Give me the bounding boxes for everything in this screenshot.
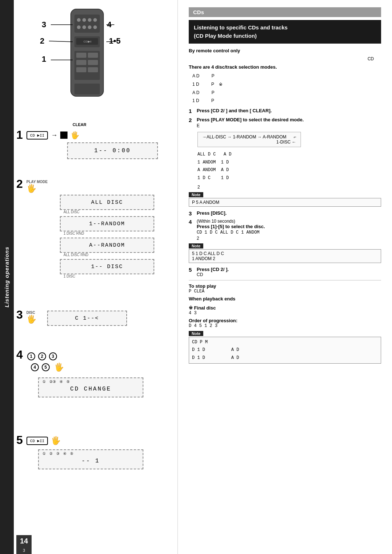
lcd3-sublabel: 1 DISC RND <box>60 231 169 235</box>
right-step5-num: 5 <box>189 267 195 277</box>
left-content: CD▶II 3 4 2 1•5 1 <box>16 0 176 554</box>
final-disc-section: ※ Final disc 4 3 <box>189 305 381 316</box>
disc-track-header: There are 4 disc/track selection modes. <box>189 64 381 70</box>
lcd7-disc-indicators: ①②③④⑤ <box>42 380 70 384</box>
lcd-display-5: 1-- DISC <box>60 259 154 274</box>
step1-stop-button <box>60 132 68 139</box>
right-step4-num: 4 <box>189 219 195 241</box>
intro-text: CD <box>189 56 381 61</box>
arrow-flow-diagram: →ALL-DISC → 1-RANDOM → A-RANDOM ⌐ 1-DISC… <box>197 132 301 147</box>
right-step2-text: Press [PLAY MODE] to select the desired … <box>197 117 304 122</box>
disc-track-section: There are 4 disc/track selection modes. … <box>189 64 381 105</box>
right-step5-content: Press [CD 2/ ]. CD <box>197 267 229 277</box>
page-footnote: 3 <box>16 547 32 554</box>
svg-point-6 <box>77 25 81 29</box>
page: Listening operations <box>0 0 392 554</box>
remote-label-4: 4 <box>107 20 111 29</box>
svg-rect-19 <box>88 67 98 72</box>
lcd8-text: -- 1 <box>82 458 100 464</box>
note3-content: CD P M D 1 D A D D 1 D A D <box>189 337 381 364</box>
note2-label: Note <box>189 243 203 248</box>
lcd4-sublabel: ALL DISC RND <box>60 253 169 257</box>
num-btn-1[interactable]: 1 <box>27 352 35 360</box>
lcd-display-4: A--RANDOM <box>60 238 154 253</box>
right-panel: CDs Listening to specific CDs and tracks… <box>178 0 392 554</box>
right-step3-num: 3 <box>189 210 195 217</box>
note3-line1: CD P M <box>192 339 378 347</box>
right-step1-text: Press [CD 2/ ] and then [ CLEAR]. <box>197 108 272 114</box>
lcd-display-7: ①②③④⑤ CD CHANGE <box>38 377 143 397</box>
step4-sub: (Within 10 seconds) <box>197 219 265 224</box>
svg-text:CD▶II: CD▶II <box>83 40 91 43</box>
modes-list: A D P 1 D P ※ A D P 1 D P <box>189 72 381 105</box>
header-cds-text: CDs <box>193 9 204 15</box>
arrow-flow-line1: →ALL-DISC → 1-RANDOM → A-RANDOM ⌐ <box>202 134 296 139</box>
svg-rect-14 <box>76 53 86 58</box>
by-remote-section: By remote control only <box>189 48 381 53</box>
mode-detail-list: ALL D C A D 1 ANDOM 1 D A ANDOM A D 1 D … <box>197 151 381 182</box>
svg-rect-16 <box>76 60 86 65</box>
svg-rect-20 <box>74 84 100 94</box>
mode-detail-3: A ANDOM A D <box>197 166 381 174</box>
num-btn-2[interactable]: 2 <box>38 352 46 360</box>
note3-line3: D 1 D A D <box>192 354 378 362</box>
right-step5-sub: CD <box>197 272 229 277</box>
mode-detail-4: 1 D C 1 D <box>197 174 381 182</box>
order-label: Order of progression: <box>189 318 381 323</box>
step4-hand: 🖐 <box>54 363 64 372</box>
num-btn-4[interactable]: 4 <box>31 363 39 371</box>
note1-content: P 5 A ANDOM <box>189 198 381 207</box>
right-step2-num: 2 <box>189 117 195 128</box>
order-text: D 4 5 1 2 3 <box>189 323 381 328</box>
when-ends-label: When playback ends <box>189 296 381 302</box>
note2-content: 5 1 D C ALL D C 1 ANDOM 2 <box>189 249 381 263</box>
remote-label-3: 3 <box>42 20 46 29</box>
arrow-corner: ⌐ <box>294 134 296 139</box>
right-step4-text: Press [1]-[5] to select the disc. <box>197 224 265 229</box>
step5-hand: 🖐 <box>51 436 61 445</box>
right-step2-sub: E <box>197 123 304 128</box>
note3-box: Note CD P M D 1 D A D D 1 D A D <box>189 331 381 364</box>
lcd2-sublabel: ALL DISC <box>60 210 169 214</box>
right-step4: 4 (Within 10 seconds) Press [1]-[5] to s… <box>189 219 381 241</box>
by-remote-label: By remote control only <box>189 48 240 53</box>
header-dark: Listening to specific CDs and tracks (CD… <box>189 20 381 44</box>
step1-clear-label: CLEAR <box>73 122 86 127</box>
num-btn-3[interactable]: 3 <box>49 352 57 360</box>
header-cds: CDs <box>189 7 381 17</box>
lcd6-text: C 1--< <box>75 315 99 322</box>
right-step1-num: 1 <box>189 108 195 114</box>
right-step1: 1 Press [CD 2/ ] and then [ CLEAR]. <box>189 108 381 114</box>
lcd7-text: CD CHANGE <box>70 386 111 392</box>
svg-point-9 <box>93 25 97 29</box>
final-disc-label: ※ Final disc <box>189 305 381 311</box>
final-disc-text: 4 3 <box>189 311 381 316</box>
lcd3-text: 1--RANDOM <box>89 221 125 227</box>
note3-line2: D 1 D A D <box>192 346 378 354</box>
lcd2-text: ALL DISC <box>91 199 123 206</box>
svg-point-5 <box>93 18 97 22</box>
lcd-display-6: C 1--< <box>47 311 127 326</box>
mode-note: 2 <box>197 185 381 190</box>
remote-control-svg: CD▶II <box>64 7 111 102</box>
lcd5-sublabel: 1 DISC <box>60 274 169 278</box>
remote-label-2: 2 <box>40 36 44 46</box>
step1-section: 1 CD ▶II → 🖐 CLEAR 1-- 0:00 <box>16 129 169 159</box>
note1-box: Note P 5 A ANDOM <box>189 192 381 207</box>
svg-rect-15 <box>88 53 98 58</box>
lcd-display-3: 1--RANDOM <box>60 216 154 231</box>
mode-detail-2: 1 ANDOM 1 D <box>197 159 381 167</box>
step3-disc-label: DISC <box>26 311 36 315</box>
step1-hand: 🖐 <box>70 131 79 139</box>
step1-cd-button: CD ▶II <box>26 131 48 139</box>
note1-label: Note <box>189 192 203 197</box>
lcd8-disc-indicators: ①②③④⑤ <box>42 452 73 456</box>
svg-rect-17 <box>88 60 98 65</box>
step4-detail2: 2 <box>197 236 265 241</box>
remote-label-1: 1 <box>42 54 46 64</box>
right-step5: 5 Press [CD 2/ ]. CD <box>189 267 381 277</box>
lcd-display-8: ①②③④⑤ -- 1 <box>38 449 143 469</box>
right-step2-content: Press [PLAY MODE] to select the desired … <box>197 117 304 128</box>
step2-section: 2 PLAY MODE 🖐 ALL DISC ALL DISC 1--RANDO… <box>16 178 169 278</box>
num-btn-5[interactable]: 5 <box>42 363 50 371</box>
